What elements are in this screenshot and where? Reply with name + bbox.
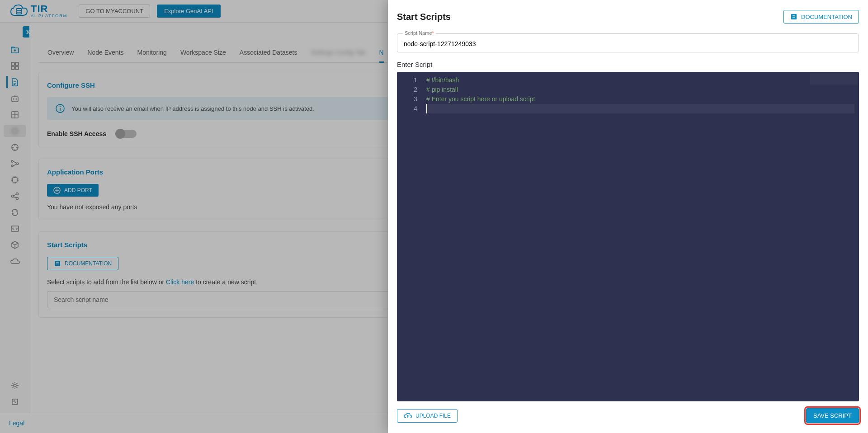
script-name-field: Script Name* xyxy=(397,33,859,52)
panel-documentation-label: DOCUMENTATION xyxy=(801,14,852,20)
script-name-input[interactable] xyxy=(397,34,859,52)
panel-title: Start Scripts xyxy=(397,12,451,22)
start-scripts-panel: Start Scripts DOCUMENTATION Script Name*… xyxy=(388,0,868,433)
upload-file-label: UPLOAD FILE xyxy=(415,413,451,419)
save-script-button[interactable]: SAVE SCRIPT xyxy=(806,408,859,423)
svg-rect-38 xyxy=(791,14,797,19)
editor-cursor xyxy=(426,104,427,113)
panel-documentation-button[interactable]: DOCUMENTATION xyxy=(783,10,859,24)
script-editor[interactable]: 1234 # !/bin/bash # pip install # Enter … xyxy=(397,72,859,401)
editor-gutter: 1234 xyxy=(397,72,422,401)
upload-file-button[interactable]: UPLOAD FILE xyxy=(397,409,458,423)
cloud-upload-icon xyxy=(404,413,412,419)
editor-minimap xyxy=(810,73,858,85)
document-icon xyxy=(790,13,797,20)
enter-script-label: Enter Script xyxy=(397,61,859,68)
editor-code[interactable]: # !/bin/bash # pip install # Enter you s… xyxy=(422,72,859,401)
